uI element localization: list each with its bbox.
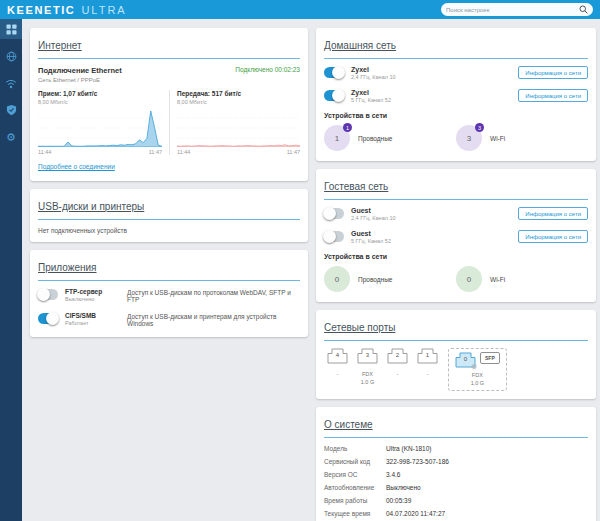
system-row-label: Модель [324,445,386,452]
sidebar-item-security[interactable] [0,100,22,120]
divider [38,58,300,59]
applications-card-title[interactable]: Приложения [38,262,97,273]
system-row-value: 04.07.2020 11:47:27 [386,510,588,517]
rx-traffic-chart [38,109,162,147]
divider [324,58,588,59]
system-row-value: 322-998-723-507-186 [386,458,588,465]
dashboard-content: Интернет Подключение Ethernet Сеть Ether… [22,19,600,521]
network-info-button[interactable]: Информация о сети [518,89,588,102]
internet-card: Интернет Подключение Ethernet Сеть Ether… [30,28,308,181]
home-network-card: Домашняя сеть Zyxel 2,4 ГГц, Канал 10 Ин… [316,28,596,161]
home-network-card-title[interactable]: Домашняя сеть [324,40,396,51]
wired-devices-label: Проводные [358,276,392,283]
guest-wifi-devices-counter: 0 Wi-Fi [456,266,588,292]
divider [324,437,588,438]
shield-icon [6,104,17,116]
rx-time-end: 11:47 [149,149,162,155]
usb-card-title[interactable]: USB-диски и принтеры [38,201,144,212]
wifi-ssid: Zyxel [351,89,391,96]
internet-card-title[interactable]: Интернет [38,40,82,51]
wifi-ssid: Guest [351,207,396,214]
wifi-band: 5 ГГц, Канал 52 [351,97,391,103]
system-card-title[interactable]: О системе [324,419,373,430]
search-box[interactable] [441,3,593,16]
usb-empty-text: Нет подключенных устройств [38,227,300,234]
port-status: FDX1.0 G [361,370,374,387]
guest-wifi-row-24: Guest 2,4 ГГц, Канал 10 Информация о сет… [324,207,588,221]
globe-icon [6,51,17,62]
system-row-label: Сервисный код [324,458,386,465]
tx-time-start: 11:44 [177,149,190,155]
port-settings-gear-icon[interactable]: ⚙ [471,363,477,370]
port-3: 3 FDX1.0 G [354,348,381,387]
wifi-devices-label: Wi-Fi [490,276,505,283]
connection-name: Подключение Ethernet [38,66,122,75]
brand-logo: KEENETIC [7,4,75,16]
wifi-ssid: Guest [351,230,391,237]
brand-model: ULTRA [81,4,126,16]
guest-network-card-title[interactable]: Гостевая сеть [324,181,388,192]
app-name: FTP-сервер [65,288,117,295]
wifi-row-24: Zyxel 2,4 ГГц, Канал 10 Информация о сет… [324,66,588,80]
sfp-button[interactable]: SFP [480,352,500,364]
wifi-row-5: Zyxel 5 ГГц, Канал 52 Информация о сети [324,89,588,103]
dashboard-icon [6,24,17,35]
app-state: Выключено [65,296,117,302]
connection-details-link[interactable]: Подробнее о соединении [38,163,115,170]
rx-rate: Прием: 1,07 кбит/с [38,90,162,97]
gear-icon: ⚙ [6,132,16,143]
port-status: - [337,370,339,378]
router-dashboard: KEENETIC ULTRA [0,0,600,521]
system-row-value: Выключено [386,484,588,491]
divider [324,199,588,200]
home-wifi-24-toggle[interactable] [324,67,344,78]
system-card: О системе Модель Ultra (KN-1810) Сервисн… [316,407,596,521]
wired-devices-count: 0 [335,275,339,284]
wifi-icon [5,78,17,89]
network-info-button[interactable]: Информация о сети [518,207,588,220]
cifs-toggle[interactable] [38,313,58,324]
devices-title: Устройства в сети [324,112,588,119]
tx-rate: Передача: 517 бит/с [177,90,300,97]
system-row-label: Текущее время [324,510,386,517]
ftp-toggle[interactable] [38,289,58,300]
wifi-devices-count: 0 [467,275,471,284]
app-name: CIFS/SMB [65,312,117,319]
sidebar-nav: ⚙ [0,19,22,521]
divider [38,219,300,220]
search-input[interactable] [446,7,579,13]
tx-time-end: 11:47 [287,149,300,155]
guest-wired-devices-counter: 0 Проводные [324,266,456,292]
ports-card-title[interactable]: Сетевые порты [324,322,395,333]
network-info-button[interactable]: Информация о сети [518,66,588,79]
system-info-table: Модель Ultra (KN-1810) Сервисный код 322… [324,445,588,521]
port-2: 2 - [384,348,411,378]
sidebar-item-settings[interactable]: ⚙ [0,127,22,147]
wifi-band: 2,4 ГГц, Канал 10 [351,215,396,221]
guest-wifi-row-5: Guest 5 ГГц, Канал 52 Информация о сети [324,230,588,244]
port-status: - [397,370,399,378]
wifi-devices-badge: 3 [475,123,484,132]
tx-column: Передача: 517 бит/с 8,00 Мбит/с 11:44 11… [169,90,300,155]
wired-devices-counter: 1 1 Проводные [324,125,456,151]
guest-wifi-24-toggle[interactable] [324,208,344,219]
guest-wifi-5-toggle[interactable] [324,231,344,242]
home-wifi-5-toggle[interactable] [324,90,344,101]
sidebar-item-dashboard[interactable] [0,19,22,39]
sidebar-item-internet[interactable] [0,46,22,66]
divider [324,340,588,341]
system-row-value: Ultra (KN-1810) [386,445,588,452]
wan-port-group: 0 ⚙ SFP FDX1.0 G [448,348,507,391]
search-icon[interactable] [579,5,588,14]
wifi-devices-label: Wi-Fi [490,135,505,142]
rx-time-start: 11:44 [38,149,51,155]
wifi-band: 5 ГГц, Канал 52 [351,238,391,244]
connection-status: Подключено 00:02:23 [235,66,300,73]
sidebar-item-wifi[interactable] [0,73,22,93]
port-status: FDX1.0 G [471,371,484,388]
network-info-button[interactable]: Информация о сети [518,230,588,243]
app-row-ftp: FTP-сервер Выключено Доступ к USB-дискам… [38,288,300,303]
usb-card: USB-диски и принтеры Нет подключенных ус… [30,189,308,242]
wired-devices-count: 1 [335,134,339,143]
wifi-band: 2,4 ГГц, Канал 10 [351,74,396,80]
